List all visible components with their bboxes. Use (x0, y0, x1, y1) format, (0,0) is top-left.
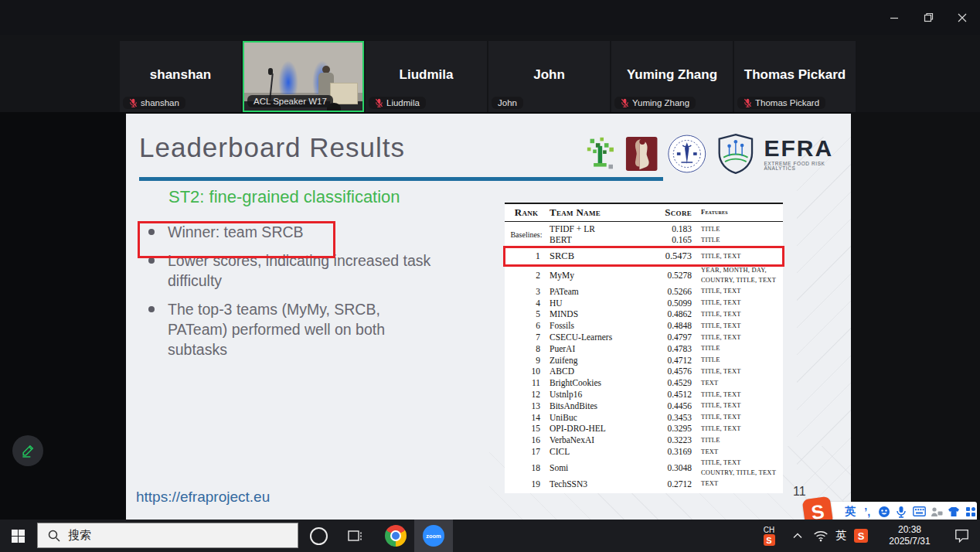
features-cell: TITLE, TEXT (692, 298, 783, 309)
subtask-heading: ST2: fine-grained classification (168, 187, 400, 207)
features-cell: TITLE, TEXT (692, 286, 783, 298)
table-row: 14UniBuc0.3453TITLE, TEXT (505, 412, 783, 424)
project-url-link[interactable]: https://efraproject.eu (136, 489, 270, 506)
table-row: 1SRCB0.5473TITLE, TEXT (505, 247, 783, 265)
rank-cell: 12 (505, 389, 548, 400)
team-cell: Somi (548, 458, 645, 479)
table-row: 17CICL0.3169TEXT (505, 446, 783, 458)
tray-expand-button[interactable] (787, 520, 808, 552)
score-cell: 0.183 (645, 222, 692, 235)
minimize-button[interactable] (876, 0, 912, 35)
task-view-button[interactable] (340, 520, 371, 552)
tray-language-indicator[interactable]: 英 (832, 520, 850, 552)
participant-badge: ACL Speaker W17 (247, 95, 333, 107)
action-center-button[interactable] (946, 520, 977, 552)
restore-button[interactable] (910, 0, 946, 35)
table-row: 7CSECU-Learners0.4797TITLE, TEXT (505, 332, 783, 343)
muted-mic-icon (129, 98, 138, 107)
rank-cell: 7 (505, 332, 548, 343)
wifi-button[interactable] (810, 520, 832, 552)
participant-name: shanshan (120, 67, 241, 83)
taskbar-search-box[interactable]: 搜索 (37, 523, 298, 548)
participant-tile[interactable]: ACL Speaker W17 (243, 41, 364, 112)
participant-tile[interactable]: Yuming ZhangYuming Zhang (611, 41, 733, 112)
features-cell: TITLE (692, 222, 783, 235)
score-cell: 0.5266 (645, 286, 692, 298)
score-cell: 0.3048 (645, 458, 692, 479)
participant-badge-name: Yuming Zhang (632, 98, 689, 107)
score-cell: 0.4783 (645, 343, 692, 355)
clock[interactable]: 20:38 2025/7/31 (875, 520, 944, 552)
header-features: Features (692, 203, 783, 222)
circuit-pattern-decoration (797, 137, 851, 500)
start-button[interactable] (0, 520, 36, 552)
team-cell: Zuifeng (548, 355, 645, 366)
participant-tile[interactable]: LiudmilaLiudmila (366, 41, 487, 112)
score-cell: 0.3453 (645, 412, 692, 424)
team-cell: TechSSN3 (548, 479, 645, 490)
slide-title: Leaderboard Results (139, 132, 405, 163)
keyboard-icon[interactable] (913, 505, 926, 519)
sogou-tray-icon: S (854, 529, 868, 543)
window-titlebar (0, 0, 980, 35)
features-cell: TITLE, TEXT (692, 423, 783, 434)
close-button[interactable] (944, 0, 980, 35)
zoom-taskbar-button[interactable]: zoom (414, 520, 453, 552)
header-rank: Rank (505, 203, 548, 222)
table-row: 10ABCD0.4576TITLE, TEXT (505, 366, 783, 377)
efra-tagline: EXTREME FOOD RISK ANALYTICS (764, 162, 851, 172)
wifi-icon (813, 530, 829, 542)
participant-tile[interactable]: Thomas PickardThomas Pickard (734, 41, 856, 112)
rank-cell: 1 (505, 247, 548, 265)
stage-background-right (851, 112, 980, 520)
table-row: 5MINDS0.4862TITLE, TEXT (505, 308, 783, 320)
team-cell: OPI-DRO-HEL (548, 423, 645, 434)
score-cell: 0.3295 (645, 423, 692, 434)
team-cell: Ustnlp16 (548, 389, 645, 400)
header-team: Team Name (548, 203, 645, 222)
rank-cell: 8 (505, 343, 548, 355)
score-cell: 0.4529 (645, 377, 692, 389)
participant-name: Thomas Pickard (734, 67, 856, 83)
table-row: 16VerbaNexAI0.3223TITLE (505, 434, 783, 446)
team-cell: CSECU-Learners (548, 332, 645, 343)
sogou-ime-toolbar: 英 ’, (808, 502, 977, 521)
mic-icon[interactable] (895, 505, 907, 519)
notification-icon (954, 529, 969, 543)
zoom-meeting-window: shanshanshanshanACL Speaker W17LiudmilaL… (0, 0, 980, 552)
table-row: 11BrightCookies0.4529TEXT (505, 377, 783, 389)
sogou-tray-button[interactable]: S (850, 520, 872, 552)
table-row: 6Fossils0.4848TITLE, TEXT (505, 320, 783, 332)
emoji-icon[interactable] (878, 505, 890, 519)
score-cell: 0.4848 (645, 320, 692, 332)
rank-cell: 3 (505, 286, 548, 298)
muted-mic-icon (375, 98, 383, 107)
lang-toggle-icon[interactable]: 英 (844, 505, 856, 519)
features-cell: TITLE, TEXT (692, 308, 783, 320)
annotate-button[interactable] (12, 435, 43, 466)
id-card-icon[interactable] (931, 505, 943, 519)
participant-badge-name: John (498, 98, 517, 107)
participant-tile[interactable]: JohnJohn (488, 41, 610, 112)
baselines-label: Baselines: (505, 222, 548, 247)
ime-mode-indicator[interactable]: CH S (757, 520, 781, 552)
table-row: 8PuerAI0.4783TITLE (505, 343, 783, 355)
features-cell: TITLE, TEXT (692, 247, 783, 265)
rank-cell: 18 (505, 458, 548, 479)
cortana-button[interactable] (303, 520, 334, 552)
skin-icon[interactable] (948, 505, 960, 519)
efra-shield-logo (716, 131, 755, 176)
rank-cell: 15 (505, 423, 548, 434)
participant-name: Liudmila (366, 67, 487, 83)
team-cell: BrightCookies (548, 377, 645, 389)
slide-page-number: 11 (793, 485, 806, 499)
score-cell: 0.3169 (645, 446, 692, 458)
team-cell: PuerAI (548, 343, 645, 355)
punctuation-icon[interactable]: ’, (861, 505, 873, 519)
more-grid-icon[interactable] (965, 505, 977, 519)
chevron-up-icon (793, 533, 802, 539)
participant-tile[interactable]: shanshanshanshan (120, 41, 241, 112)
features-cell: TITLE, TEXT (692, 400, 783, 412)
chrome-taskbar-button[interactable] (379, 520, 413, 552)
participant-badge: Yuming Zhang (614, 97, 696, 109)
